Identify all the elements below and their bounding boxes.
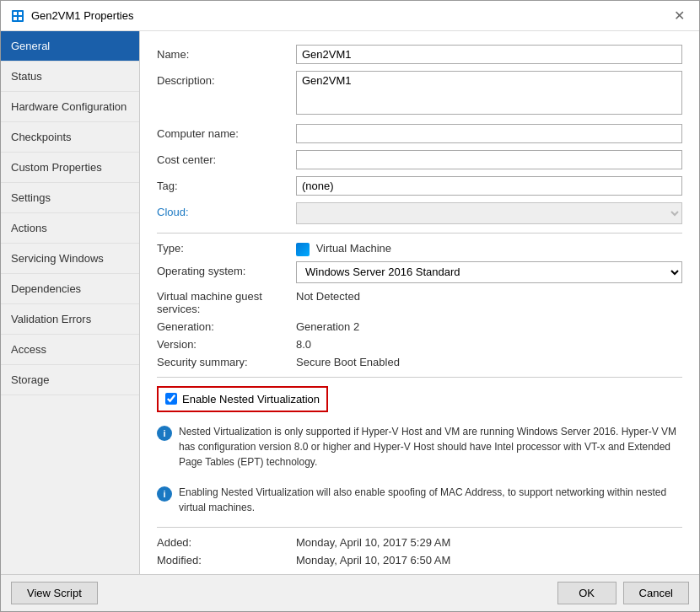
os-value: Windows Server 2016 Standard: [296, 261, 682, 283]
sidebar-item-dependencies[interactable]: Dependencies: [1, 274, 139, 304]
os-select[interactable]: Windows Server 2016 Standard: [296, 261, 682, 283]
sidebar-item-access[interactable]: Access: [1, 335, 139, 365]
cancel-button[interactable]: Cancel: [623, 582, 689, 604]
modified-row: Modified: Monday, April 10, 2017 6:50 AM: [157, 554, 682, 566]
tag-value: [296, 176, 682, 196]
divider-1: [157, 233, 682, 234]
added-row: Added: Monday, April 10, 2017 5:29 AM: [157, 536, 682, 549]
cloud-row: Cloud:: [157, 202, 682, 224]
os-row: Operating system: Windows Server 2016 St…: [157, 261, 682, 283]
info-box-2: i Enabling Nested Virtualization will al…: [157, 481, 682, 518]
divider-2: [157, 377, 682, 378]
description-row: Description: Gen2VM1: [157, 71, 682, 117]
description-input[interactable]: Gen2VM1: [296, 71, 682, 115]
sidebar-item-actions[interactable]: Actions: [1, 213, 139, 244]
type-row: Type: Virtual Machine: [157, 242, 682, 256]
sidebar-item-general[interactable]: General: [1, 31, 139, 62]
divider-3: [157, 527, 682, 528]
guest-services-label: Virtual machine guest services:: [157, 290, 296, 315]
generation-row: Generation: Generation 2: [157, 320, 682, 333]
svg-rect-3: [13, 17, 17, 20]
sidebar-item-hardware-configuration[interactable]: Hardware Configuration: [1, 92, 139, 122]
sidebar: General Status Hardware Configuration Ch…: [1, 31, 140, 574]
cost-center-value: [296, 150, 682, 169]
info-icon-1: i: [157, 426, 172, 441]
tag-input[interactable]: [296, 176, 682, 196]
name-row: Name:: [157, 45, 682, 64]
svg-rect-4: [19, 17, 22, 20]
generation-label: Generation:: [157, 320, 296, 333]
svg-rect-2: [19, 12, 22, 15]
added-value: Monday, April 10, 2017 5:29 AM: [296, 536, 450, 549]
computer-name-input[interactable]: [296, 124, 682, 143]
security-row: Security summary: Secure Boot Enabled: [157, 356, 682, 368]
type-value: Virtual Machine: [296, 242, 391, 256]
sidebar-item-storage[interactable]: Storage: [1, 365, 139, 395]
security-value: Secure Boot Enabled: [296, 356, 400, 368]
name-label: Name:: [157, 45, 296, 61]
guest-services-row: Virtual machine guest services: Not Dete…: [157, 290, 682, 315]
nested-virt-row: Enable Nested Virtualization: [157, 386, 328, 412]
svg-rect-1: [13, 12, 17, 15]
version-label: Version:: [157, 338, 296, 351]
modified-label: Modified:: [157, 554, 296, 566]
cloud-select[interactable]: [296, 202, 682, 224]
computer-name-row: Computer name:: [157, 124, 682, 143]
name-value: [296, 45, 682, 64]
type-label: Type:: [157, 242, 296, 256]
added-label: Added:: [157, 536, 296, 549]
content-area: General Status Hardware Configuration Ch…: [1, 31, 699, 574]
modified-value: Monday, April 10, 2017 6:50 AM: [296, 554, 450, 566]
cost-center-input[interactable]: [296, 150, 682, 169]
sidebar-item-custom-properties[interactable]: Custom Properties: [1, 153, 139, 183]
title-bar: Gen2VM1 Properties ✕: [1, 1, 699, 31]
cost-center-row: Cost center:: [157, 150, 682, 169]
cost-center-label: Cost center:: [157, 150, 296, 166]
os-label: Operating system:: [157, 261, 296, 277]
nested-virt-checkbox[interactable]: [165, 393, 177, 405]
main-panel: Name: Description: Gen2VM1 Computer name…: [140, 31, 699, 574]
nested-virt-label[interactable]: Enable Nested Virtualization: [182, 393, 320, 405]
sidebar-item-validation-errors[interactable]: Validation Errors: [1, 304, 139, 335]
info-text-2: Enabling Nested Virtualization will also…: [179, 485, 682, 515]
info-icon-2: i: [157, 486, 172, 502]
window: Gen2VM1 Properties ✕ General Status Hard…: [0, 0, 700, 612]
close-button[interactable]: ✕: [669, 6, 689, 26]
tag-label: Tag:: [157, 176, 296, 192]
vm-icon: [296, 243, 310, 256]
bottom-bar: View Script OK Cancel: [1, 574, 699, 611]
sidebar-item-settings[interactable]: Settings: [1, 183, 139, 213]
type-text: Virtual Machine: [316, 242, 391, 255]
computer-name-label: Computer name:: [157, 124, 296, 140]
computer-name-value: [296, 124, 682, 143]
cloud-label: Cloud:: [157, 202, 296, 218]
tag-row: Tag:: [157, 176, 682, 196]
generation-value: Generation 2: [296, 320, 359, 333]
ok-button[interactable]: OK: [557, 582, 617, 604]
description-value: Gen2VM1: [296, 71, 682, 117]
description-label: Description:: [157, 71, 296, 87]
info-box-1: i Nested Virtualization is only supporte…: [157, 421, 682, 473]
info-text-1: Nested Virtualization is only supported …: [179, 424, 682, 470]
window-icon: [11, 9, 24, 23]
version-value: 8.0: [296, 338, 311, 351]
window-title: Gen2VM1 Properties: [31, 9, 133, 22]
guest-services-value: Not Detected: [296, 290, 360, 315]
version-row: Version: 8.0: [157, 338, 682, 351]
sidebar-item-status[interactable]: Status: [1, 62, 139, 92]
bottom-right-buttons: OK Cancel: [557, 582, 689, 604]
security-label: Security summary:: [157, 356, 296, 368]
sidebar-item-checkpoints[interactable]: Checkpoints: [1, 122, 139, 153]
title-bar-left: Gen2VM1 Properties: [11, 9, 133, 23]
name-input[interactable]: [296, 45, 682, 64]
cloud-value: [296, 202, 682, 224]
view-script-button[interactable]: View Script: [11, 582, 98, 604]
sidebar-item-servicing-windows[interactable]: Servicing Windows: [1, 244, 139, 274]
